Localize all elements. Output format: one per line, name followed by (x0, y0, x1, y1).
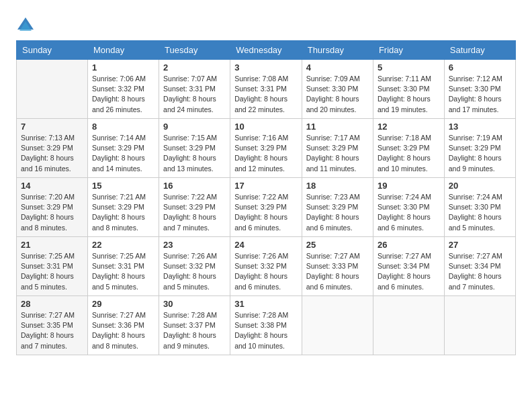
sunrise-text: Sunrise: 7:25 AM (92, 252, 146, 260)
cell-content: Sunrise: 7:07 AMSunset: 3:31 PMDaylight:… (163, 74, 226, 115)
sunset-text: Sunset: 3:30 PM (449, 85, 501, 93)
week-row-3: 14Sunrise: 7:20 AMSunset: 3:29 PMDayligh… (17, 178, 516, 237)
cell-content: Sunrise: 7:16 AMSunset: 3:29 PMDaylight:… (234, 133, 298, 174)
daylight-text: Daylight: 8 hours (234, 213, 287, 221)
calendar-cell (373, 296, 444, 355)
day-number: 24 (234, 240, 298, 250)
cell-content: Sunrise: 7:22 AMSunset: 3:29 PMDaylight:… (163, 192, 226, 233)
sunset-text: Sunset: 3:34 PM (449, 262, 501, 270)
calendar-cell: 19Sunrise: 7:24 AMSunset: 3:30 PMDayligh… (373, 178, 444, 237)
daylight-text: Daylight: 8 hours (234, 154, 287, 162)
cell-content: Sunrise: 7:26 AMSunset: 3:32 PMDaylight:… (234, 251, 298, 292)
sunrise-text: Sunrise: 7:20 AM (21, 193, 75, 201)
sunrise-text: Sunrise: 7:27 AM (21, 311, 75, 319)
cell-content: Sunrise: 7:28 AMSunset: 3:38 PMDaylight:… (234, 310, 298, 351)
sunrise-text: Sunrise: 7:19 AM (449, 134, 502, 142)
day-number: 31 (234, 299, 298, 309)
daylight-continued: and 6 minutes. (378, 224, 424, 232)
calendar-cell: 21Sunrise: 7:25 AMSunset: 3:31 PMDayligh… (17, 237, 88, 296)
header-monday: Monday (88, 41, 159, 60)
day-number: 19 (378, 181, 440, 191)
daylight-continued: and 5 minutes. (92, 283, 138, 291)
daylight-text: Daylight: 8 hours (306, 95, 359, 103)
daylight-text: Daylight: 8 hours (449, 272, 502, 280)
logo (16, 16, 38, 35)
sunrise-text: Sunrise: 7:17 AM (306, 134, 360, 142)
sunrise-text: Sunrise: 7:27 AM (92, 311, 146, 319)
daylight-continued: and 10 minutes. (234, 342, 285, 350)
day-number: 1 (92, 62, 154, 73)
calendar-cell: 24Sunrise: 7:26 AMSunset: 3:32 PMDayligh… (230, 237, 302, 296)
day-number: 4 (306, 62, 369, 73)
daylight-text: Daylight: 8 hours (449, 95, 502, 103)
daylight-continued: and 6 minutes. (378, 283, 424, 291)
week-row-4: 21Sunrise: 7:25 AMSunset: 3:31 PMDayligh… (17, 237, 516, 296)
sunrise-text: Sunrise: 7:09 AM (306, 75, 360, 83)
cell-content: Sunrise: 7:20 AMSunset: 3:29 PMDaylight:… (21, 192, 83, 233)
daylight-text: Daylight: 8 hours (163, 95, 216, 103)
daylight-continued: and 5 minutes. (163, 283, 210, 291)
sunset-text: Sunset: 3:32 PM (163, 262, 216, 270)
day-number: 3 (234, 62, 298, 73)
cell-content: Sunrise: 7:27 AMSunset: 3:33 PMDaylight:… (306, 251, 369, 292)
daylight-continued: and 9 minutes. (449, 165, 495, 173)
daylight-continued: and 20 minutes. (306, 105, 357, 113)
day-number: 26 (378, 240, 440, 250)
sunset-text: Sunset: 3:33 PM (306, 262, 359, 270)
day-number: 8 (92, 122, 154, 132)
daylight-text: Daylight: 8 hours (234, 272, 287, 280)
sunrise-text: Sunrise: 7:24 AM (378, 193, 431, 201)
calendar-header-row: SundayMondayTuesdayWednesdayThursdayFrid… (17, 41, 516, 60)
sunrise-text: Sunrise: 7:27 AM (378, 252, 431, 260)
sunset-text: Sunset: 3:29 PM (306, 144, 359, 152)
sunset-text: Sunset: 3:30 PM (378, 203, 430, 211)
daylight-text: Daylight: 8 hours (92, 272, 145, 280)
sunrise-text: Sunrise: 7:15 AM (163, 134, 217, 142)
daylight-text: Daylight: 8 hours (306, 272, 359, 280)
calendar-cell: 8Sunrise: 7:14 AMSunset: 3:29 PMDaylight… (88, 119, 159, 178)
cell-content: Sunrise: 7:27 AMSunset: 3:36 PMDaylight:… (92, 310, 154, 351)
cell-content: Sunrise: 7:19 AMSunset: 3:29 PMDaylight:… (449, 133, 511, 174)
cell-content: Sunrise: 7:25 AMSunset: 3:31 PMDaylight:… (21, 251, 83, 292)
cell-content: Sunrise: 7:25 AMSunset: 3:31 PMDaylight:… (92, 251, 154, 292)
cell-content: Sunrise: 7:13 AMSunset: 3:29 PMDaylight:… (21, 133, 83, 174)
calendar-cell: 29Sunrise: 7:27 AMSunset: 3:36 PMDayligh… (88, 296, 159, 355)
calendar-cell: 4Sunrise: 7:09 AMSunset: 3:30 PMDaylight… (302, 60, 373, 119)
sunrise-text: Sunrise: 7:24 AM (449, 193, 502, 201)
day-number: 6 (449, 62, 511, 73)
cell-content: Sunrise: 7:22 AMSunset: 3:29 PMDaylight:… (234, 192, 298, 233)
calendar-cell: 23Sunrise: 7:26 AMSunset: 3:32 PMDayligh… (159, 237, 230, 296)
daylight-continued: and 7 minutes. (21, 342, 67, 350)
sunrise-text: Sunrise: 7:14 AM (92, 134, 146, 142)
cell-content: Sunrise: 7:17 AMSunset: 3:29 PMDaylight:… (306, 133, 369, 174)
calendar-cell: 14Sunrise: 7:20 AMSunset: 3:29 PMDayligh… (17, 178, 88, 237)
daylight-text: Daylight: 8 hours (21, 154, 74, 162)
cell-content: Sunrise: 7:27 AMSunset: 3:34 PMDaylight:… (378, 251, 440, 292)
sunset-text: Sunset: 3:36 PM (92, 321, 144, 329)
cell-content: Sunrise: 7:27 AMSunset: 3:35 PMDaylight:… (21, 310, 83, 351)
calendar-cell: 6Sunrise: 7:12 AMSunset: 3:30 PMDaylight… (444, 60, 515, 119)
cell-content: Sunrise: 7:09 AMSunset: 3:30 PMDaylight:… (306, 74, 369, 115)
cell-content: Sunrise: 7:24 AMSunset: 3:30 PMDaylight:… (378, 192, 440, 233)
daylight-continued: and 12 minutes. (234, 165, 285, 173)
calendar-cell: 3Sunrise: 7:08 AMSunset: 3:31 PMDaylight… (230, 60, 302, 119)
cell-content: Sunrise: 7:14 AMSunset: 3:29 PMDaylight:… (92, 133, 154, 174)
sunrise-text: Sunrise: 7:16 AM (234, 134, 288, 142)
sunset-text: Sunset: 3:29 PM (163, 144, 216, 152)
sunset-text: Sunset: 3:29 PM (234, 203, 287, 211)
daylight-text: Daylight: 8 hours (378, 95, 431, 103)
calendar-cell: 9Sunrise: 7:15 AMSunset: 3:29 PMDaylight… (159, 119, 230, 178)
daylight-text: Daylight: 8 hours (306, 213, 359, 221)
cell-content: Sunrise: 7:18 AMSunset: 3:29 PMDaylight:… (378, 133, 440, 174)
cell-content: Sunrise: 7:26 AMSunset: 3:32 PMDaylight:… (163, 251, 226, 292)
cell-content: Sunrise: 7:11 AMSunset: 3:30 PMDaylight:… (378, 74, 440, 115)
daylight-continued: and 16 minutes. (21, 165, 71, 173)
sunrise-text: Sunrise: 7:27 AM (449, 252, 502, 260)
daylight-continued: and 5 minutes. (449, 224, 495, 232)
header-tuesday: Tuesday (159, 41, 230, 60)
page-header (16, 13, 516, 35)
calendar-cell: 25Sunrise: 7:27 AMSunset: 3:33 PMDayligh… (302, 237, 373, 296)
sunset-text: Sunset: 3:31 PM (21, 262, 73, 270)
calendar-cell: 27Sunrise: 7:27 AMSunset: 3:34 PMDayligh… (444, 237, 515, 296)
sunrise-text: Sunrise: 7:22 AM (163, 193, 217, 201)
